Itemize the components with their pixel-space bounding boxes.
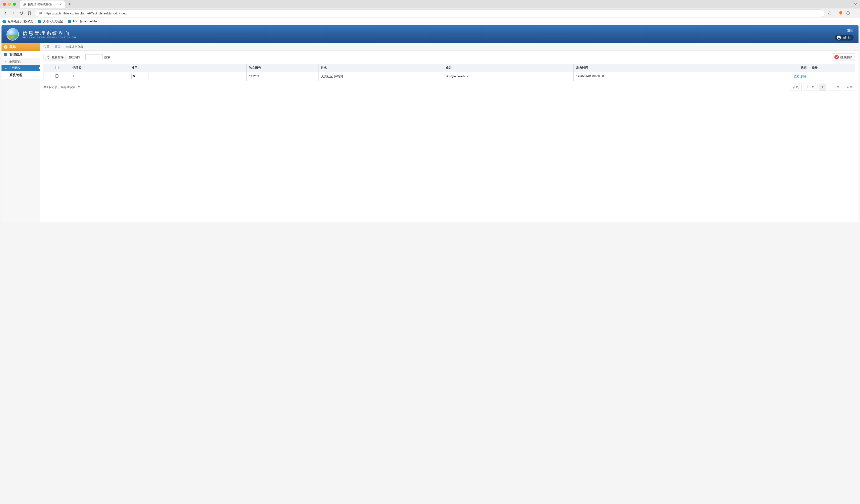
sort-input[interactable] xyxy=(131,74,149,79)
svg-rect-8 xyxy=(4,55,7,56)
logo-title: 信息管理系统界面 xyxy=(23,30,76,36)
url-input[interactable]: https://zzj.timibbs.cc/timibbs.net/?act=… xyxy=(35,10,825,17)
section-title[interactable]: 管理信息 xyxy=(1,51,40,58)
nav-back-button[interactable] xyxy=(3,11,8,16)
table-row: 1 112233 天美社区 源码网 TG @tianmeibbs 1970-01… xyxy=(44,72,855,81)
breadcrumb-home[interactable]: 首页 xyxy=(55,45,60,49)
svg-rect-10 xyxy=(4,75,7,75)
new-tab-button[interactable]: + xyxy=(67,2,72,7)
col-header-time: 发布时间 xyxy=(574,64,737,72)
bookmark-item[interactable]: 认准->天美社区 xyxy=(38,19,63,24)
globe-icon xyxy=(23,2,26,6)
shield-icon[interactable] xyxy=(838,11,843,16)
nav-forward-button[interactable] xyxy=(11,11,16,16)
cell-action xyxy=(809,72,855,81)
bookmark-item[interactable]: 程序搭建/开发/修复 xyxy=(2,19,33,24)
sidebar-item-submit[interactable]: 在线提交 xyxy=(1,65,40,71)
cell-time: 1970-01-01 08:00:00 xyxy=(574,72,737,81)
update-sort-button[interactable]: 更新排序 xyxy=(44,54,67,61)
page-first-button[interactable]: 首页 xyxy=(790,84,802,91)
toolbar: 更新排序 独立编号： 搜索 批量删除 xyxy=(40,51,859,64)
sidebar-item-label: 系统首页 xyxy=(9,59,21,64)
view-link[interactable]: 查看 xyxy=(794,75,800,78)
bookmark-button[interactable] xyxy=(27,11,32,16)
breadcrumb-current: 在线提交列表 xyxy=(66,45,83,49)
search-button[interactable]: 搜索 xyxy=(104,55,110,59)
sidebar-item-label: 在线提交 xyxy=(9,66,21,70)
col-header-sort: 排序 xyxy=(129,64,246,72)
breadcrumb-label: 位置： xyxy=(44,45,53,49)
bookmark-label: 程序搭建/开发/修复 xyxy=(8,19,33,24)
section-label: 管理信息 xyxy=(10,52,23,57)
chevron-down-icon[interactable] xyxy=(854,2,857,6)
extensions-icon[interactable] xyxy=(846,11,850,16)
cell-name1: 天美社区 源码网 xyxy=(318,72,443,81)
bulk-delete-label: 批量删除 xyxy=(840,55,852,59)
svg-rect-6 xyxy=(4,53,7,54)
col-header-status: 状态 xyxy=(737,64,809,72)
delete-icon xyxy=(834,55,839,59)
user-avatar-icon xyxy=(837,35,841,40)
search-group: 独立编号： 搜索 xyxy=(69,54,110,60)
bulk-delete-button[interactable]: 批量删除 xyxy=(832,53,855,61)
tab-strip: 信息管理系统界面 × + xyxy=(0,0,860,9)
table-wrap: 记录ID 排序 独立编号 姓名 姓名 发布时间 状态 操作 xyxy=(40,64,859,81)
select-all-checkbox[interactable] xyxy=(55,66,58,69)
url-text: https://zzj.timibbs.cc/timibbs.net/?act=… xyxy=(45,12,821,15)
table-footer: 共1条记录，当前显示第 1页 首页 上一页 1 下一页 末页 xyxy=(40,81,859,93)
cell-sort xyxy=(129,72,246,81)
svg-rect-3 xyxy=(41,13,42,14)
main: 位置： 首页 › 在线提交列表 更新排序 独立编号： 搜索 xyxy=(40,43,859,222)
logo-subtitle: INFORMATION MANAGEMENT SYSTEM GUI xyxy=(23,36,76,39)
share-icon[interactable] xyxy=(828,11,832,16)
page-prev-button[interactable]: 上一页 xyxy=(803,84,817,91)
logout-link[interactable]: 退出 xyxy=(847,28,854,33)
delete-link[interactable]: 删除 xyxy=(801,75,806,78)
section-title[interactable]: 系统管理 xyxy=(1,71,40,79)
site-settings-icon[interactable] xyxy=(39,11,43,15)
reload-button[interactable] xyxy=(19,11,24,16)
page-next-button[interactable]: 下一页 xyxy=(828,84,842,91)
svg-point-5 xyxy=(838,37,839,38)
bookmark-label: TG：@tianmeibbs xyxy=(73,19,97,24)
sidebar-section-system: 系统管理 xyxy=(1,71,40,79)
sidebar-item-home[interactable]: 系统首页 xyxy=(1,58,40,65)
window-minimize-button[interactable] xyxy=(8,3,11,6)
bookmark-favicon-icon xyxy=(68,20,71,24)
section-label: 系统管理 xyxy=(10,73,23,77)
col-header-name1: 姓名 xyxy=(318,64,443,72)
bookmark-item[interactable]: TG：@tianmeibbs xyxy=(68,19,97,24)
page-last-button[interactable]: 末页 xyxy=(844,84,855,91)
tab-close-icon[interactable]: × xyxy=(60,2,62,6)
svg-rect-7 xyxy=(4,54,7,55)
svg-rect-1 xyxy=(39,12,40,12)
menu-header[interactable]: 菜单 xyxy=(1,43,40,51)
browser-chrome: 信息管理系统界面 × + https://zzj.timibbs.cc/timi… xyxy=(0,0,860,25)
menu-icon[interactable] xyxy=(853,11,857,16)
record-count: 共1条记录，当前显示第 1页 xyxy=(44,85,81,89)
browser-tab[interactable]: 信息管理系统界面 × xyxy=(20,0,65,8)
sort-arrows-icon xyxy=(46,55,50,59)
code-input[interactable] xyxy=(85,54,103,60)
app: 信息管理系统界面 INFORMATION MANAGEMENT SYSTEM G… xyxy=(1,25,859,222)
app-header: 信息管理系统界面 INFORMATION MANAGEMENT SYSTEM G… xyxy=(1,25,859,43)
url-bar-actions: | xyxy=(828,11,857,16)
sidebar: 菜单 管理信息 系统首页 在线提交 xyxy=(1,43,40,222)
col-header-action: 操作 xyxy=(809,64,855,72)
cell-name2: TG @tianmeibbs xyxy=(443,72,574,81)
bookmark-label: 认准->天美社区 xyxy=(43,19,63,24)
bookmarks-bar: 程序搭建/开发/修复 认准->天美社区 TG：@tianmeibbs xyxy=(0,18,860,25)
caret-down-icon xyxy=(4,45,8,49)
username: admin xyxy=(842,36,850,39)
tab-title: 信息管理系统界面 xyxy=(28,2,58,6)
window-close-button[interactable] xyxy=(3,3,6,6)
window-maximize-button[interactable] xyxy=(13,3,16,6)
app-body: 菜单 管理信息 系统首页 在线提交 xyxy=(1,43,859,222)
user-menu[interactable]: admin xyxy=(835,34,854,41)
pagination: 首页 上一页 1 下一页 末页 xyxy=(790,84,855,91)
page-current-button[interactable]: 1 xyxy=(819,84,826,91)
separator: | xyxy=(835,12,836,15)
list-icon xyxy=(4,53,8,56)
update-sort-label: 更新排序 xyxy=(52,55,64,59)
row-checkbox[interactable] xyxy=(55,74,58,77)
